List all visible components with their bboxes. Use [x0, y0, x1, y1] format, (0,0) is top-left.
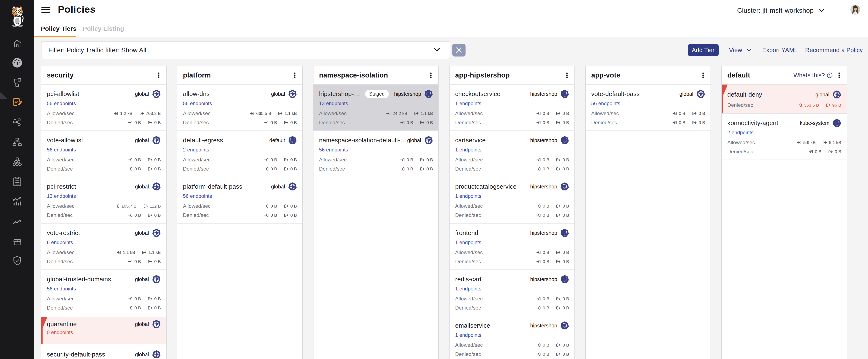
svg-text:?: ?: [829, 73, 831, 77]
svg-text:ns: ns: [564, 142, 566, 143]
svg-text:ns: ns: [836, 125, 838, 126]
svg-text:ns: ns: [292, 142, 293, 143]
svg-text:ns: ns: [564, 281, 566, 282]
svg-text:ns: ns: [564, 234, 566, 236]
svg-text:ns: ns: [428, 95, 430, 97]
svg-text:ns: ns: [564, 95, 566, 97]
svg-text:ns: ns: [564, 188, 566, 190]
svg-text:ns: ns: [564, 327, 566, 328]
